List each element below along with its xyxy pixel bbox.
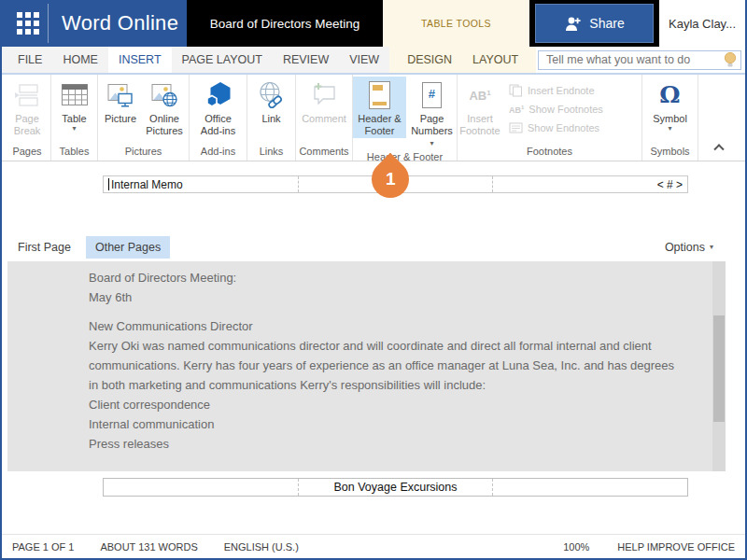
document-title[interactable]: Board of Directors Meeting: [187, 0, 383, 47]
document-body-area[interactable]: Board of Directors Meeting: May 6th New …: [7, 261, 726, 471]
scrollbar-thumb[interactable]: [713, 315, 725, 422]
show-footnotes-label: Show Footnotes: [529, 104, 603, 115]
zoom-level-status[interactable]: 100%: [563, 541, 589, 553]
user-name[interactable]: Kayla Clay...: [659, 0, 745, 47]
symbol-button[interactable]: Ω Symbol ▾: [648, 77, 693, 134]
collapse-ribbon-button[interactable]: [712, 140, 726, 153]
online-pictures-button[interactable]: Online Pictures: [142, 77, 187, 138]
online-pictures-label: Online Pictures: [144, 113, 185, 136]
group-label-pictures: Pictures: [98, 145, 189, 161]
doc-paragraph: [89, 307, 681, 316]
insert-footnote-button: AB1 Insert Footnote: [458, 77, 502, 138]
insert-endnote-label: Insert Endnote: [528, 85, 595, 96]
ribbon-group-symbols: Ω Symbol ▾ Symbols: [642, 75, 698, 161]
link-button[interactable]: Link: [251, 77, 292, 127]
group-label-comments: Comments: [296, 145, 352, 161]
text-cursor: [108, 178, 109, 190]
table-icon: [61, 79, 89, 110]
tab-design[interactable]: DESIGN: [397, 47, 462, 73]
share-label: Share: [589, 16, 624, 31]
tab-insert[interactable]: INSERT: [108, 47, 172, 73]
office-addins-icon: [204, 79, 233, 110]
lightbulb-icon: [724, 51, 737, 68]
group-label-pages: Pages: [4, 145, 50, 161]
show-endnotes-icon: [509, 122, 523, 133]
link-icon: [258, 79, 286, 110]
show-endnotes-label: Show Endnotes: [528, 122, 599, 133]
app-launcher-button[interactable]: [9, 4, 47, 43]
ribbon-group-header-footer: Header & Footer # Page Numbers ▾ Header …: [353, 75, 458, 161]
share-button[interactable]: Share: [535, 4, 654, 43]
insert-footnote-label: Insert Footnote: [459, 113, 500, 136]
insert-footnote-icon: AB1: [469, 79, 490, 110]
page-numbers-label: Page Numbers ▾: [409, 113, 455, 148]
tab-review[interactable]: REVIEW: [273, 47, 339, 73]
topbar-divider: [48, 4, 49, 43]
symbol-dropdown-icon: ▾: [668, 125, 671, 133]
tab-page-layout[interactable]: PAGE LAYOUT: [172, 47, 273, 73]
symbol-label: Symbol: [653, 113, 687, 125]
insert-ribbon: Page Break Pages Table ▾: [0, 75, 747, 161]
first-page-tab[interactable]: First Page: [8, 236, 80, 259]
ribbon-group-tables: Table ▾ Tables: [51, 75, 98, 161]
header-footer-button[interactable]: Header & Footer: [353, 77, 406, 138]
picture-button[interactable]: Picture: [100, 77, 141, 127]
word-count-status[interactable]: ABOUT 131 WORDS: [100, 541, 197, 553]
group-label-symbols: Symbols: [642, 145, 698, 161]
app-launcher-grid-icon: [17, 12, 39, 35]
page-break-icon: [13, 79, 41, 110]
link-label: Link: [261, 113, 280, 125]
step-number: 1: [386, 169, 396, 189]
language-status[interactable]: ENGLISH (U.S.): [224, 541, 299, 553]
table-label: Table: [62, 113, 86, 125]
doc-paragraph: Board of Directors Meeting:: [89, 268, 681, 287]
share-person-plus-icon: [564, 16, 582, 32]
window-border-left: [0, 0, 2, 560]
page-numbers-button[interactable]: # Page Numbers ▾: [407, 77, 457, 150]
show-footnotes-button: AB1 Show Footnotes: [509, 101, 603, 118]
ribbon-group-footnotes: AB1 Insert Footnote Insert Endnote AB1: [458, 75, 642, 161]
header-right-cell[interactable]: < # >: [492, 176, 687, 192]
footer-right-cell[interactable]: [492, 479, 687, 496]
options-button[interactable]: Options ▾: [665, 233, 713, 261]
tab-home[interactable]: HOME: [52, 47, 108, 73]
office-addins-button[interactable]: Office Add-ins: [196, 77, 241, 138]
ribbon-group-links: Link Links: [247, 75, 296, 161]
footer-center-cell[interactable]: Bon Voyage Excursions: [298, 479, 493, 496]
group-label-addins: Add-ins: [190, 145, 247, 161]
ribbon-group-pages: Page Break Pages: [4, 75, 51, 161]
top-bar: Word Online Board of Directors Meeting T…: [0, 0, 747, 47]
show-endnotes-button: Show Endnotes: [509, 119, 603, 136]
ribbon-group-pictures: Picture Online Pictures: [98, 75, 190, 161]
help-improve-office-link[interactable]: HELP IMPROVE OFFICE: [617, 541, 735, 553]
doc-paragraph: Client correspondence: [89, 395, 681, 414]
header-left-cell[interactable]: Internal Memo: [104, 176, 298, 192]
picture-label: Picture: [105, 113, 136, 125]
table-button[interactable]: Table ▾: [54, 77, 95, 134]
options-label: Options: [665, 241, 705, 254]
page-break-button: Page Break: [7, 77, 48, 138]
word-online-window: Word Online Board of Directors Meeting T…: [0, 0, 747, 560]
tab-file[interactable]: FILE: [7, 47, 52, 73]
footer-table: Bon Voyage Excursions: [103, 478, 688, 497]
insert-endnote-icon: [509, 84, 523, 97]
document-footer-strip: Bon Voyage Excursions: [0, 471, 747, 534]
document-text[interactable]: Board of Directors Meeting: May 6th New …: [89, 268, 681, 454]
picture-icon: [106, 79, 134, 110]
page-numbers-dropdown-icon: ▾: [430, 139, 433, 147]
comment-button: Comment: [299, 77, 349, 127]
tab-layout[interactable]: LAYOUT: [462, 47, 529, 73]
doc-paragraph: May 6th: [89, 287, 681, 307]
other-pages-tab[interactable]: Other Pages: [86, 236, 170, 259]
group-label-tables: Tables: [51, 145, 97, 161]
page-count-status[interactable]: PAGE 1 OF 1: [12, 541, 74, 553]
comment-icon: [310, 79, 338, 110]
insert-endnote-button: Insert Endnote: [509, 82, 603, 99]
vertical-scrollbar[interactable]: [712, 261, 726, 471]
ribbon-group-comments: Comment Comments: [296, 75, 353, 161]
tellme-area: [536, 47, 747, 73]
contextual-tabs: DESIGN LAYOUT: [389, 47, 536, 73]
tab-view[interactable]: VIEW: [339, 47, 389, 73]
footer-left-cell[interactable]: [104, 479, 298, 496]
tellme-input[interactable]: [546, 53, 724, 66]
